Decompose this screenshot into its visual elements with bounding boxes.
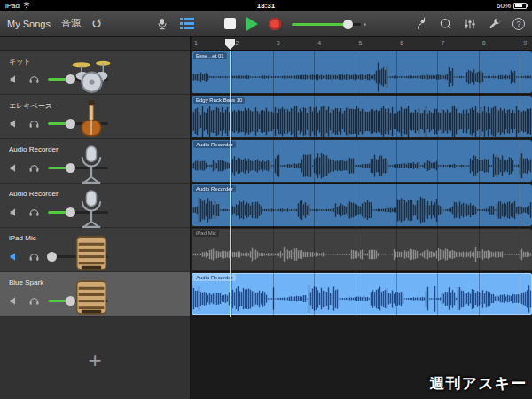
region-edgy-rock-bass[interactable]: Edgy Rock Bass 10 <box>192 96 532 137</box>
track-header-ipad-mic[interactable]: iPad Mic <box>0 228 190 272</box>
region-label: Esse...et 01 <box>193 52 227 59</box>
device-label: iPad <box>5 2 20 10</box>
track-header-bass[interactable]: エレキベース <box>0 95 190 139</box>
mixer-button[interactable] <box>463 17 477 31</box>
waveform <box>192 283 532 315</box>
status-bar: iPad 18:31 60% <box>0 0 532 11</box>
my-songs-button[interactable]: My Songs <box>7 19 51 29</box>
region-ipad-mic[interactable]: iPad Mic <box>192 229 532 270</box>
bass-guitar-icon[interactable] <box>0 98 186 142</box>
region-blue-spark-selected[interactable]: Audio Recorder <box>192 273 532 315</box>
track-header-audio-recorder-1[interactable]: Audio Recorder <box>0 139 190 184</box>
track-header-kit[interactable]: キット <box>0 51 190 95</box>
lane-bass: Edgy Rock Bass 10 <box>192 95 532 139</box>
ruler-number: 7 <box>441 40 444 46</box>
region-label: iPad Mic <box>193 230 219 237</box>
lane-blue-spark: Audio Recorder <box>192 272 532 317</box>
instruments-button[interactable]: 音源 <box>61 17 81 30</box>
waveform <box>192 106 532 137</box>
battery-percent: 60% <box>497 2 511 10</box>
region-label: Edgy Rock Bass 10 <box>193 97 245 104</box>
stop-button[interactable] <box>224 18 236 29</box>
add-track-button[interactable]: + <box>0 347 190 374</box>
ruler-number: 6 <box>400 40 403 46</box>
main-area: キット エレキベース <box>0 37 532 399</box>
amp-icon[interactable] <box>0 276 186 319</box>
wrench-settings-button[interactable] <box>488 17 502 31</box>
clock: 18:31 <box>183 2 349 10</box>
lane-ipad-mic: iPad Mic <box>192 228 532 272</box>
region-audio-recorder-1[interactable]: Audio Recorder <box>192 140 532 182</box>
ruler-number: 2 <box>235 40 239 46</box>
ruler[interactable]: 123456789 <box>192 37 532 51</box>
lane-kit: Esse...et 01 <box>192 51 532 95</box>
loop-browser-button[interactable] <box>438 17 452 31</box>
header-top-strip <box>0 37 190 51</box>
track-header-audio-recorder-2[interactable]: Audio Recorder <box>0 184 190 228</box>
drum-kit-icon[interactable] <box>0 54 186 98</box>
region-essentials[interactable]: Esse...et 01 <box>192 51 532 93</box>
help-button[interactable]: ? <box>512 18 525 30</box>
amp-icon[interactable] <box>0 231 186 275</box>
ruler-number: 1 <box>194 40 198 46</box>
timeline: 123456789 Esse...et 01 Edgy Rock Bass 10… <box>192 37 532 399</box>
region-audio-recorder-2[interactable]: Audio Recorder <box>192 184 532 226</box>
track-header-column: キット エレキベース <box>0 37 191 399</box>
waveform <box>192 239 532 270</box>
undo-button[interactable]: ↺ <box>91 17 103 30</box>
wifi-icon <box>22 2 31 9</box>
ruler-number: 5 <box>359 40 363 46</box>
garageband-screen: iPad 18:31 60% My Songs 音源 ↺ <box>0 0 532 399</box>
input-jack-button[interactable] <box>413 17 427 31</box>
volume-knob[interactable] <box>343 20 353 29</box>
lane-audio-recorder-2: Audio Recorder <box>192 184 532 228</box>
playhead-line <box>230 51 231 317</box>
waveform <box>192 61 532 93</box>
microphone-icon[interactable] <box>0 187 186 231</box>
toolbar: My Songs 音源 ↺ ? <box>0 11 532 37</box>
master-volume-slider[interactable] <box>292 18 361 30</box>
watermark-logo: 週刊アスキー <box>430 373 527 394</box>
ruler-number: 9 <box>523 40 527 46</box>
ruler-number: 3 <box>277 40 280 46</box>
waveform <box>192 150 532 182</box>
waveform <box>192 194 532 226</box>
battery-icon <box>513 3 527 9</box>
record-button[interactable] <box>269 18 281 30</box>
track-header-blue-spark[interactable]: Blue Spark <box>0 272 190 317</box>
microphone-view-button[interactable] <box>155 17 169 31</box>
ruler-number: 8 <box>482 40 486 46</box>
tracks-view-button[interactable] <box>180 18 194 29</box>
play-button[interactable] <box>246 17 258 31</box>
ruler-number: 4 <box>317 40 321 46</box>
microphone-icon[interactable] <box>0 143 186 186</box>
lane-audio-recorder-1: Audio Recorder <box>192 139 532 184</box>
